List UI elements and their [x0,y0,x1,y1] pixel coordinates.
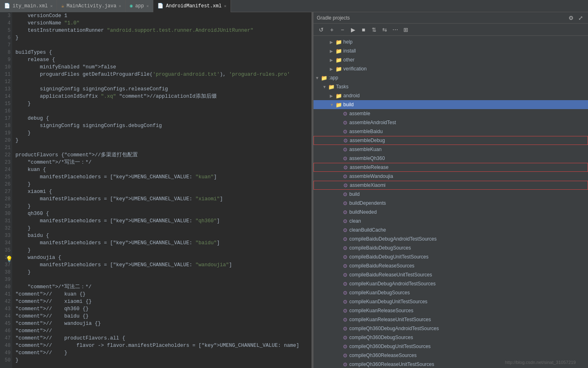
tab-close-btn[interactable]: ✕ [146,4,149,9]
tree-item-compileQh360DebugSources[interactable]: ⚙ compileQh360DebugSources [314,333,588,342]
tree-item-compileQh360DebugUnitTestSources[interactable]: ⚙ compileQh360DebugUnitTestSources [314,342,588,351]
editor-splitter[interactable] [311,12,313,368]
tree-item-compileBaiduDebugUnitTestSources[interactable]: ⚙ compileBaiduDebugUnitTestSources [314,252,588,261]
tree-item-label: verification [343,66,586,72]
tree-item-assembleKuan[interactable]: ⚙ assembleKuan [314,145,588,154]
tree-item-buildDependents[interactable]: ⚙ buildDependents [314,199,588,208]
tree-item-compileKuanDebugUnitTestSources[interactable]: ⚙ compileKuanDebugUnitTestSources [314,297,588,306]
task-icon: ⚙ [343,290,348,296]
expand-all-btn[interactable]: ⇅ [370,25,379,34]
tree-item-compileBaiduDebugAndroidTestSources[interactable]: ⚙ compileBaiduDebugAndroidTestSources [314,234,588,243]
tree-item-app[interactable]: ▼ 📁 :app [314,73,588,82]
bulb-icon[interactable]: 💡 [6,256,13,263]
collapse-arrow-icon[interactable]: ▼ [330,103,335,107]
task-icon: ⚙ [343,173,348,180]
tree-item-verification[interactable]: ▶ 📁 verification [314,64,588,73]
collapse-arrow-icon[interactable]: ▼ [315,76,321,80]
folder-icon: 📁 [335,57,342,63]
tree-item-assembleXiaomi[interactable]: ⚙ assembleXiaomi [314,181,588,190]
tree-item-compileQh360DebugAndroidTestSources[interactable]: ⚙ compileQh360DebugAndroidTestSources [314,324,588,333]
more-btn[interactable]: ⊞ [401,25,410,34]
tree-item-label: assembleQh360 [349,156,586,161]
tree-item-compileBaiduReleaseUnitTestSources[interactable]: ⚙ compileBaiduReleaseUnitTestSources [314,270,588,279]
tree-item-label: android [343,93,586,99]
tree-item-assembleAndroidTest[interactable]: ⚙ assembleAndroidTest [314,118,588,127]
tab-android-manifest[interactable]: 📄 AndroidManifest.xml ✕ [153,0,231,12]
tab-activity-main[interactable]: 📄 ity_main.xml ✕ [0,0,57,12]
tab-bar: 📄 ity_main.xml ✕ ☕ MainActivity.java ✕ ◉… [0,0,588,12]
tree-item-assembleRelease[interactable]: ⚙ assembleRelease [314,163,588,172]
tree-item-compileKuanReleaseUnitTestSources[interactable]: ⚙ compileKuanReleaseUnitTestSources [314,315,588,324]
task-icon: ⚙ [343,218,348,224]
link-btn[interactable]: ⋯ [391,25,400,34]
task-icon: ⚙ [343,191,348,197]
code-content[interactable]: versionCode 1 versionName "1.0" testInst… [12,12,313,368]
folder-icon: 📁 [335,93,342,99]
tree-item-compileQh360ReleaseSources[interactable]: ⚙ compileQh360ReleaseSources [314,351,588,360]
tree-item-label: Tasks [336,84,586,90]
tree-item-compileBaiduDebugSources[interactable]: ⚙ compileBaiduDebugSources [314,243,588,252]
expand-arrow-icon[interactable]: ▶ [330,67,335,71]
gradle-tree[interactable]: ▶ 📁 help ▶ 📁 install ▶ 📁 other ▶ 📁 verif… [314,36,588,368]
tree-item-label: assembleXiaomi [350,182,586,188]
tree-item-assembleWandoujia[interactable]: ⚙ assembleWandoujia [314,172,588,181]
task-icon: ⚙ [343,236,348,242]
tree-item-build_task[interactable]: ⚙ build [314,190,588,199]
tree-item-help[interactable]: ▶ 📁 help [314,37,588,46]
tree-item-label: compileKuanDebugSources [349,290,586,296]
tree-item-android[interactable]: ▶ 📁 android [314,91,588,100]
tree-item-clean[interactable]: ⚙ clean [314,217,588,226]
tree-item-tasks[interactable]: ▼ 📁 Tasks [314,82,588,91]
expand-arrow-icon[interactable]: ▶ [330,94,335,98]
main-area: 3456789101112131415161718192021222324252… [0,12,588,368]
tree-item-build[interactable]: ▼ 📁 build [314,100,588,109]
tree-item-other[interactable]: ▶ 📁 other [314,55,588,64]
tab-main-activity[interactable]: ☕ MainActivity.java ✕ [57,0,126,12]
tab-close-btn[interactable]: ✕ [119,4,121,9]
tree-item-assembleBaidu[interactable]: ⚙ assembleBaidu [314,127,588,136]
gradle-title: Gradle projects [317,15,350,21]
remove-btn[interactable]: − [338,25,347,34]
gradle-actions: ↺ + − ▶ ■ ⇅ ⇆ ⋯ ⊞ [314,24,588,36]
expand-arrow-icon[interactable]: ▶ [330,40,335,44]
collapse-arrow-icon[interactable]: ▼ [322,85,328,89]
refresh-btn[interactable]: ↺ [317,25,326,34]
run-btn[interactable]: ▶ [348,25,357,34]
tab-app[interactable]: ◉ app ✕ [126,0,153,12]
tree-item-install[interactable]: ▶ 📁 install [314,46,588,55]
add-btn[interactable]: + [327,25,336,34]
tree-item-buildNeeded[interactable]: ⚙ buildNeeded [314,208,588,217]
tree-item-label: compileBaiduDebugAndroidTestSources [349,236,586,242]
tree-item-assemble[interactable]: ⚙ assemble [314,109,588,118]
task-icon: ⚙ [343,263,348,269]
collapse-all-btn[interactable]: ⇆ [380,25,389,34]
tree-item-label: buildDependents [349,200,586,206]
tree-item-assembleDebug[interactable]: ⚙ assembleDebug [314,136,588,145]
watermark: http://blog.csdn.net/sinat_31057219 [505,360,576,365]
expand-arrow-icon[interactable]: ▶ [330,49,335,53]
task-icon: ⚙ [343,353,348,359]
tree-item-compileKuanDebugSources[interactable]: ⚙ compileKuanDebugSources [314,288,588,297]
tree-item-compileKuanReleaseSources[interactable]: ⚙ compileKuanReleaseSources [314,306,588,315]
settings-btn[interactable]: ⚙ [567,14,575,22]
tree-item-label: compileQh360ReleaseSources [349,353,586,358]
tree-item-label: compileBaiduReleaseSources [349,263,586,269]
xml-icon: 📄 [157,3,163,9]
stop-btn[interactable]: ■ [359,25,368,34]
tree-item-label: help [343,39,586,45]
gradle-toolbar: ⚙ ⤢ [567,14,585,22]
tree-item-label: compileQh360DebugAndroidTestSources [349,326,586,331]
tree-item-compileKuanDebugAndroidTestSources[interactable]: ⚙ compileKuanDebugAndroidTestSources [314,279,588,288]
expand-btn[interactable]: ⤢ [577,14,585,22]
tree-item-assembleQh360[interactable]: ⚙ assembleQh360 [314,154,588,163]
task-icon: ⚙ [343,147,348,153]
tab-close-btn[interactable]: ✕ [224,4,226,9]
task-icon: ⚙ [343,299,348,305]
tree-item-compileBaiduReleaseSources[interactable]: ⚙ compileBaiduReleaseSources [314,261,588,270]
tree-item-cleanBuildCache[interactable]: ⚙ cleanBuildCache [314,226,588,234]
expand-arrow-icon[interactable]: ▶ [330,58,335,62]
tab-close-btn[interactable]: ✕ [50,4,52,9]
tree-item-label: compileKuanDebugAndroidTestSources [349,281,586,287]
folder-icon: 📁 [321,75,327,81]
tree-item-label: assembleAndroidTest [349,120,586,125]
